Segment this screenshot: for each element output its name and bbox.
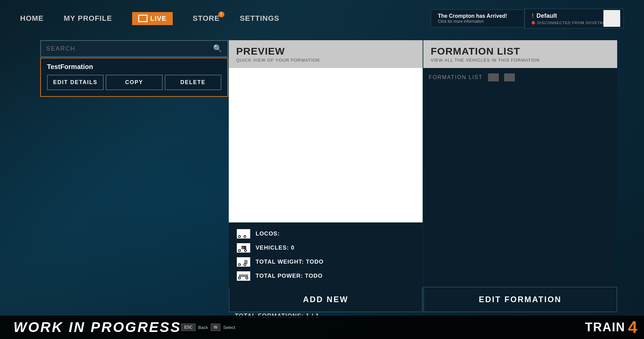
stat-vehicles: # VEHICLES: 0 [237, 243, 415, 253]
add-new-label: ADD NEW [303, 295, 348, 304]
svg-point-16 [239, 264, 240, 265]
weight-icon [237, 257, 250, 267]
preview-panel: PREVIEW QUICK VIEW OF YOUR FORMATION [229, 40, 423, 312]
formation-name: TestFormation [47, 63, 221, 71]
nav-right: The Crompton has Arrived! Click for more… [431, 9, 624, 28]
formation-list-header: FORMATION LIST VIEW ALL THE VEHICLES IN … [423, 40, 617, 68]
notification-title: The Crompton has Arrived! [438, 13, 518, 19]
profile-bar[interactable]: ! Default LV1 DISCONNECTED FROM DOVETAIL… [525, 9, 624, 28]
search-input[interactable] [46, 45, 213, 52]
power-icon [237, 271, 250, 281]
brand-number: 4 [628, 319, 637, 336]
work-in-progress-label: WORK IN PROGRESS [13, 319, 181, 335]
search-bar[interactable]: 🔍 [40, 40, 228, 57]
brand-logo: TRAIN 4 [585, 319, 637, 336]
svg-point-22 [239, 277, 240, 279]
edit-formation-label: EDIT FORMATION [479, 295, 562, 304]
w-key: W [211, 324, 220, 331]
svg-text:#: # [242, 247, 244, 250]
stat-weight: TOTAL WEIGHT: TODO [237, 257, 415, 267]
notification-subtitle: Click for more information [438, 19, 518, 24]
svg-point-3 [239, 236, 240, 237]
left-panel: 🔍 TestFormation EDIT DETAILS COPY DELETE [40, 40, 228, 312]
edit-formation-button[interactable]: EDIT FORMATION [423, 287, 617, 312]
live-icon [138, 15, 148, 22]
svg-point-24 [246, 277, 248, 279]
formation-list-subtitle: VIEW ALL THE VEHICLES IN THIS FORMATION [431, 58, 610, 63]
stat-power: TOTAL POWER: TODO [237, 271, 415, 281]
avatar [603, 10, 620, 27]
profile-name: Default [536, 12, 601, 19]
notification-bar[interactable]: The Crompton has Arrived! Click for more… [431, 9, 525, 27]
top-navigation: HOME MY PROFILE LIVE STORE ! SETTINGS Th… [0, 0, 644, 37]
bottom-bar: WORK IN PROGRESS ESC Back W Select TRAIN… [0, 316, 644, 339]
formation-buttons: EDIT DETAILS COPY DELETE [47, 75, 221, 90]
formation-item: TestFormation EDIT DETAILS COPY DELETE [40, 58, 228, 97]
power-text: TOTAL POWER: TODO [256, 273, 323, 279]
preview-header: PREVIEW QUICK VIEW OF YOUR FORMATION [229, 40, 423, 68]
nav-my-profile[interactable]: MY PROFILE [64, 14, 112, 23]
nav-links: HOME MY PROFILE LIVE STORE ! SETTINGS [20, 12, 279, 25]
nav-home[interactable]: HOME [20, 14, 44, 23]
svg-point-18 [244, 264, 246, 265]
back-label: Back [198, 325, 208, 330]
formation-list-content: FORMATION LIST [423, 68, 617, 287]
add-new-button[interactable]: ADD NEW [229, 287, 423, 312]
status-dot-icon [532, 21, 535, 24]
esc-key: ESC [181, 324, 196, 331]
nav-live[interactable]: LIVE [132, 12, 172, 25]
preview-title: PREVIEW [236, 46, 415, 57]
profile-warning-icon: ! [532, 12, 534, 19]
formation-list-title: FORMATION LIST [431, 46, 610, 57]
preview-image [229, 68, 423, 222]
edit-details-button[interactable]: EDIT DETAILS [47, 75, 104, 90]
right-panels: PREVIEW QUICK VIEW OF YOUR FORMATION [229, 40, 617, 312]
brand-text: TRAIN [585, 320, 625, 334]
stat-locos: LOCOS: [237, 229, 415, 239]
svg-rect-20 [239, 274, 248, 277]
preview-stats: LOCOS: # VEHICLES: 0 [229, 222, 423, 287]
svg-rect-1 [246, 232, 249, 235]
copy-button[interactable]: COPY [106, 75, 162, 90]
svg-point-9 [239, 250, 240, 251]
delete-button[interactable]: DELETE [165, 75, 221, 90]
locos-text: LOCOS: [256, 230, 280, 237]
store-badge: ! [218, 11, 224, 17]
search-icon: 🔍 [213, 44, 222, 53]
vehicles-text: VEHICLES: 0 [256, 245, 294, 251]
preview-subtitle: QUICK VIEW OF YOUR FORMATION [236, 58, 415, 63]
nav-settings[interactable]: SETTINGS [240, 14, 279, 23]
controls-hint: ESC Back W Select [181, 324, 235, 331]
svg-point-5 [244, 236, 246, 237]
select-label: Select [223, 325, 235, 330]
formation-list-label: FORMATION LIST [429, 73, 612, 81]
list-train-icon-1 [488, 73, 499, 81]
weight-text: TOTAL WEIGHT: TODO [256, 259, 324, 265]
main-content: 🔍 TestFormation EDIT DETAILS COPY DELETE… [40, 40, 617, 312]
formation-list-panel: FORMATION LIST VIEW ALL THE VEHICLES IN … [423, 40, 617, 312]
locos-icon [237, 229, 250, 239]
nav-store[interactable]: STORE ! [193, 14, 220, 23]
svg-point-11 [245, 250, 246, 251]
list-train-icon-2 [504, 73, 515, 81]
vehicles-icon: # [237, 243, 250, 253]
